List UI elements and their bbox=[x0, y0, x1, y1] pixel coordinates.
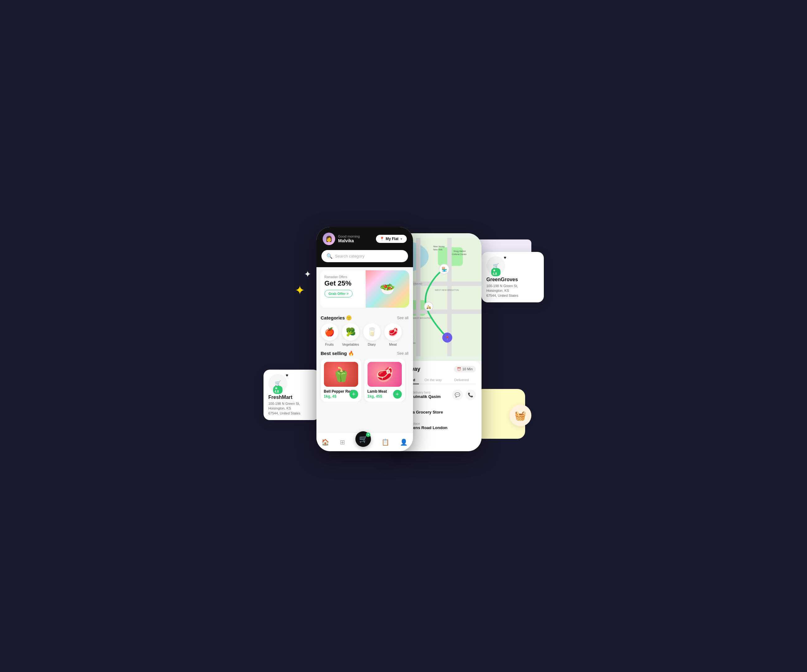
call-button[interactable]: 📞 bbox=[465, 390, 476, 400]
category-meat[interactable]: 🥩 Meat bbox=[384, 323, 402, 346]
delivery-hero-actions: 💬 📞 bbox=[452, 390, 476, 400]
diary-label: Diary bbox=[368, 343, 376, 346]
svg-text:New Jersey: New Jersey bbox=[433, 246, 445, 248]
location-pin-icon: 📍 bbox=[380, 237, 384, 241]
svg-text:WEST NEW BRIGHTON: WEST NEW BRIGHTON bbox=[435, 289, 459, 291]
svg-text:🏪: 🏪 bbox=[441, 267, 447, 272]
greengroves-rating-value: ★ 4.8 bbox=[493, 269, 499, 275]
svg-text:Cultural Center: Cultural Center bbox=[452, 253, 467, 256]
freshmart-card: 🛒 ♥ ★ 4.8 FreshMart 100-198 N Green St,H… bbox=[264, 370, 320, 420]
lamb-meat-image: 🥩 bbox=[367, 362, 402, 387]
phone-header: 👩 Good morning Malvika 📍 My Flat ▼ bbox=[316, 227, 413, 250]
bestselling-header: Best selling 🔥 See all bbox=[316, 346, 413, 359]
greengroves-rating-badge: ★ 4.8 bbox=[491, 268, 500, 276]
svg-text:WEST BRIGHTON: WEST BRIGHTON bbox=[413, 317, 432, 319]
freshmart-address: 100-198 N Green St,Hoisington, KS67544, … bbox=[269, 402, 315, 416]
delivery-place-label: Your place bbox=[405, 422, 476, 425]
greeting-block: Good morning Malvika bbox=[338, 234, 360, 243]
delivery-store-info: Store Insta Grocery Store bbox=[405, 407, 476, 415]
greengroves-address: 100-198 N Green St,Hoisington, KS67544, … bbox=[487, 284, 539, 298]
bottom-nav: 🏠 ⊞ 🛒 4 📋 👤 bbox=[316, 433, 413, 451]
phone-body: Ramadan Offers Get 25% Grab Offer > 🥗 Ca… bbox=[316, 267, 413, 451]
avatar: 👩 bbox=[323, 232, 335, 245]
categories-title: Categories 🙂 bbox=[321, 315, 352, 321]
freshmart-basket-icon: 🛒 bbox=[275, 380, 281, 386]
freshmart-name: FreshMart bbox=[269, 395, 315, 400]
cart-fab-button[interactable]: 🛒 4 bbox=[355, 431, 371, 447]
fruits-icon: 🍎 bbox=[321, 323, 338, 341]
vegetables-icon: 🥦 bbox=[342, 323, 359, 341]
greengroves-card: 🛒 ♥ ★ 4.8 GreenGroves 100-198 N Green St… bbox=[482, 252, 544, 302]
delivery-store-name: Insta Grocery Store bbox=[405, 410, 476, 415]
promo-banner: Ramadan Offers Get 25% Grab Offer > 🥗 bbox=[320, 270, 409, 308]
cart-badge: 4 bbox=[366, 433, 370, 437]
product-bell-pepper: 🫑 Bell Pepper Red 1kg, 4$ + bbox=[321, 359, 361, 402]
nav-list-icon[interactable]: 📋 bbox=[382, 438, 389, 446]
categories-see-all[interactable]: See all bbox=[397, 316, 408, 320]
svg-text:New York: New York bbox=[433, 249, 443, 251]
delivery-place-info: Your place Queens Road London bbox=[405, 422, 476, 430]
svg-text:Snug Harbor: Snug Harbor bbox=[453, 250, 466, 252]
greengroves-heart-icon: ♥ bbox=[504, 255, 506, 260]
categories-row: 🍎 Fruits 🥦 Vegetables 🥛 Diary 🥩 Meat bbox=[316, 323, 413, 346]
category-diary[interactable]: 🥛 Diary bbox=[363, 323, 380, 346]
products-row: 🫑 Bell Pepper Red 1kg, 4$ + 🥩 Lamb Meat … bbox=[316, 359, 413, 402]
sparkle-white-icon: ✦ bbox=[304, 269, 315, 280]
search-wrap: 🔍 Search category bbox=[316, 250, 413, 267]
location-label: My Flat bbox=[385, 237, 399, 241]
search-icon: 🔍 bbox=[326, 253, 333, 259]
fruits-label: Fruits bbox=[325, 343, 334, 346]
categories-header: Categories 🙂 See all bbox=[316, 311, 413, 323]
nav-profile-icon[interactable]: 👤 bbox=[400, 438, 408, 446]
delivery-store-label: Store bbox=[405, 407, 476, 410]
svg-text:🛵: 🛵 bbox=[426, 305, 431, 309]
freshmart-icon-wrap: 🛒 ♥ ★ 4.8 bbox=[269, 374, 287, 393]
chat-button[interactable]: 💬 bbox=[452, 390, 463, 400]
search-bar[interactable]: 🔍 Search category bbox=[321, 250, 408, 262]
category-vegetables[interactable]: 🥦 Vegetables bbox=[342, 323, 359, 346]
tab-delivered[interactable]: Delivered bbox=[447, 376, 476, 384]
freshmart-heart-icon: ♥ bbox=[286, 373, 288, 378]
bestselling-title: Best selling 🔥 bbox=[321, 351, 354, 356]
nav-home-icon[interactable]: 🏠 bbox=[321, 438, 329, 446]
meat-label: Meat bbox=[389, 343, 397, 346]
nav-grid-icon[interactable]: ⊞ bbox=[340, 438, 345, 446]
greengroves-name: GreenGroves bbox=[487, 277, 539, 282]
bestselling-see-all[interactable]: See all bbox=[397, 351, 408, 356]
diary-icon: 🥛 bbox=[363, 323, 380, 341]
greeting-text: Good morning bbox=[338, 234, 360, 238]
tab-on-the-way[interactable]: On the way bbox=[419, 376, 447, 384]
grab-offer-button[interactable]: Grab Offer > bbox=[325, 290, 353, 297]
meat-icon: 🥩 bbox=[384, 323, 402, 341]
svg-text:📍: 📍 bbox=[445, 336, 450, 340]
location-pill[interactable]: 📍 My Flat ▼ bbox=[376, 235, 407, 243]
greengroves-icon-wrap: 🛒 ♥ ★ 4.8 bbox=[487, 256, 505, 275]
sparkle-gold-icon: ✦ bbox=[295, 283, 310, 299]
scene: ✦ ✦ 🛒 ♥ ★ 4.8 FreshMart 100-198 N Green … bbox=[264, 214, 544, 458]
chevron-down-icon: ▼ bbox=[400, 237, 403, 241]
freshmart-rating-badge: ★ 4.8 bbox=[273, 386, 282, 394]
delivery-time-badge: ⏰ 10 Min bbox=[454, 366, 476, 372]
svg-rect-7 bbox=[416, 238, 420, 356]
add-bell-pepper-button[interactable]: + bbox=[349, 390, 358, 398]
search-placeholder: Search category bbox=[335, 254, 365, 259]
add-lamb-meat-button[interactable]: + bbox=[393, 390, 402, 398]
bell-pepper-image: 🫑 bbox=[324, 362, 358, 387]
banner-image: 🥗 bbox=[366, 270, 409, 308]
delivery-place-name: Queens Road London bbox=[405, 425, 476, 430]
product-lamb-meat: 🥩 Lamb Meat 1kg, 45$ + bbox=[364, 359, 405, 402]
freshmart-rating-value: ★ 4.8 bbox=[275, 387, 281, 393]
header-left: 👩 Good morning Malvika bbox=[323, 232, 360, 245]
category-fruits[interactable]: 🍎 Fruits bbox=[321, 323, 338, 346]
vegetables-label: Vegetables bbox=[342, 343, 359, 346]
main-phone: 👩 Good morning Malvika 📍 My Flat ▼ 🔍 Sea… bbox=[316, 227, 413, 451]
basket-float-right-icon: 🧺 bbox=[510, 405, 531, 426]
user-name: Malvika bbox=[338, 238, 360, 243]
greengroves-basket-icon: 🛒 bbox=[493, 263, 499, 269]
